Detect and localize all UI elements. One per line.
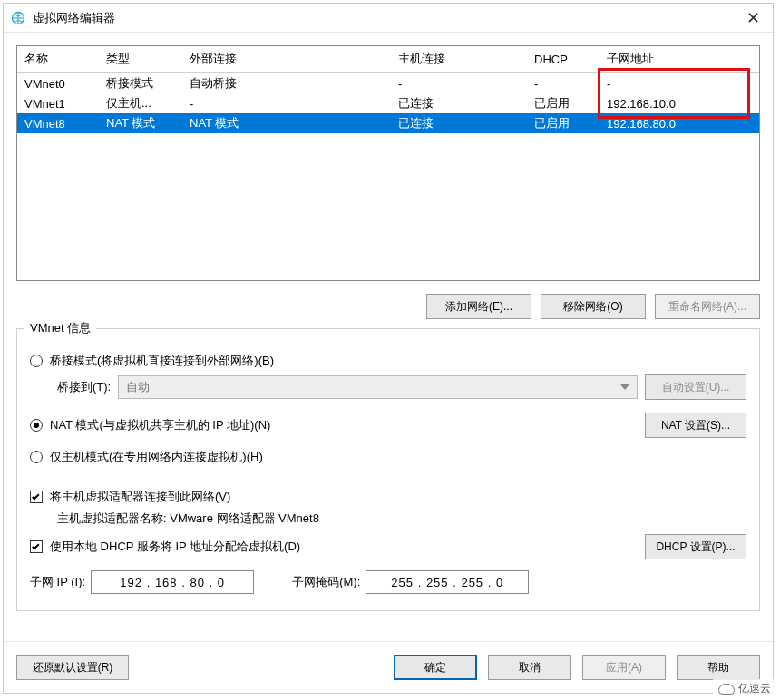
cell-name: VMnet8: [17, 113, 99, 134]
cancel-button[interactable]: 取消: [488, 655, 571, 680]
ok-button[interactable]: 确定: [394, 655, 477, 680]
app-icon: [11, 11, 25, 25]
vmnet-info-legend: VMnet 信息: [24, 320, 96, 336]
title-bar: 虚拟网络编辑器 ✕: [4, 4, 773, 33]
cell-subnet: 192.168.10.0: [600, 93, 759, 114]
subnet-ip-label: 子网 IP (I):: [30, 574, 85, 590]
cell-subnet: -: [600, 73, 759, 94]
table-body: VMnet0 桥接模式 自动桥接 - - - VMnet1 仅主机... - 已…: [17, 73, 759, 133]
subnet-mask-label: 子网掩码(M):: [292, 574, 360, 590]
cell-type: NAT 模式: [99, 112, 182, 135]
bridge-radio-label: 桥接模式(将虚拟机直接连接到外部网络)(B): [50, 353, 274, 369]
cell-host: 已连接: [391, 112, 527, 135]
checkbox-icon: [30, 540, 43, 553]
table-button-row: 添加网络(E)... 移除网络(O) 重命名网络(A)...: [16, 294, 760, 319]
col-header-name[interactable]: 名称: [17, 47, 99, 71]
radio-icon: [30, 355, 43, 367]
table-row[interactable]: VMnet8 NAT 模式 NAT 模式 已连接 已启用 192.168.80.…: [17, 113, 759, 133]
network-table: 名称 类型 外部连接 主机连接 DHCP 子网地址 VMnet0 桥接模式 自动…: [16, 45, 760, 281]
help-button[interactable]: 帮助: [677, 655, 760, 680]
watermark-text: 亿速云: [738, 681, 771, 696]
cell-dhcp: 已启用: [527, 112, 600, 135]
col-header-subnet[interactable]: 子网地址: [600, 47, 759, 71]
vmnet-info-group: VMnet 信息 桥接模式(将虚拟机直接连接到外部网络)(B) 桥接到(T): …: [16, 328, 760, 611]
bridge-to-row: 桥接到(T): 自动 自动设置(U)...: [57, 374, 746, 400]
col-header-ext[interactable]: 外部连接: [182, 47, 391, 71]
nat-radio-label: NAT 模式(与虚拟机共享主机的 IP 地址)(N): [50, 417, 270, 433]
bridge-to-value: 自动: [126, 379, 150, 395]
bottom-bar: 还原默认设置(R) 确定 取消 应用(A) 帮助: [4, 641, 773, 693]
nat-radio-row[interactable]: NAT 模式(与虚拟机共享主机的 IP 地址)(N) NAT 设置(S)...: [30, 413, 746, 438]
host-adapter-name-row: 主机虚拟适配器名称: VMware 网络适配器 VMnet8: [57, 510, 746, 527]
remove-network-button[interactable]: 移除网络(O): [541, 294, 646, 319]
col-header-dhcp[interactable]: DHCP: [527, 49, 600, 70]
auto-settings-button: 自动设置(U)...: [645, 374, 746, 400]
table-row[interactable]: VMnet1 仅主机... - 已连接 已启用 192.168.10.0: [17, 93, 759, 113]
cell-ext: NAT 模式: [182, 112, 391, 135]
host-adapter-check-row[interactable]: 将主机虚拟适配器连接到此网络(V): [30, 489, 746, 505]
table-header: 名称 类型 外部连接 主机连接 DHCP 子网地址: [17, 46, 759, 73]
hostonly-radio-row[interactable]: 仅主机模式(在专用网络内连接虚拟机)(H): [30, 449, 746, 465]
col-header-host[interactable]: 主机连接: [391, 47, 527, 71]
restore-defaults-button[interactable]: 还原默认设置(R): [16, 655, 129, 680]
col-header-type[interactable]: 类型: [99, 47, 182, 71]
window-title: 虚拟网络编辑器: [33, 10, 115, 26]
watermark: 亿速云: [713, 679, 776, 698]
close-button[interactable]: ✕: [739, 10, 767, 26]
cell-subnet: 192.168.80.0: [600, 113, 759, 134]
host-adapter-check-label: 将主机虚拟适配器连接到此网络(V): [50, 489, 230, 505]
subnet-mask-input[interactable]: 255 . 255 . 255 . 0: [366, 570, 529, 594]
subnet-row: 子网 IP (I): 192 . 168 . 80 . 0 子网掩码(M): 2…: [30, 570, 746, 594]
apply-button: 应用(A): [582, 655, 666, 680]
cell-name: VMnet0: [17, 73, 99, 94]
cell-ext: 自动桥接: [182, 72, 391, 95]
host-adapter-name: 主机虚拟适配器名称: VMware 网络适配器 VMnet8: [57, 510, 319, 527]
cell-name: VMnet1: [17, 93, 99, 114]
bridge-to-label: 桥接到(T):: [57, 379, 111, 395]
radio-icon: [30, 419, 43, 432]
hostonly-radio-label: 仅主机模式(在专用网络内连接虚拟机)(H): [50, 449, 263, 465]
table-row[interactable]: VMnet0 桥接模式 自动桥接 - - -: [17, 73, 759, 93]
bridge-to-select: 自动: [118, 375, 638, 399]
subnet-ip-input[interactable]: 192 . 168 . 80 . 0: [91, 570, 254, 594]
add-network-button[interactable]: 添加网络(E)...: [426, 294, 531, 319]
radio-icon: [30, 451, 43, 463]
rename-network-button: 重命名网络(A)...: [655, 294, 760, 319]
nat-settings-button[interactable]: NAT 设置(S)...: [645, 413, 746, 438]
dhcp-settings-button[interactable]: DHCP 设置(P)...: [645, 534, 746, 559]
dhcp-check-label: 使用本地 DHCP 服务将 IP 地址分配给虚拟机(D): [50, 539, 300, 555]
cloud-icon: [718, 684, 735, 695]
dhcp-check-row[interactable]: 使用本地 DHCP 服务将 IP 地址分配给虚拟机(D) DHCP 设置(P).…: [30, 534, 746, 559]
bridge-radio-row[interactable]: 桥接模式(将虚拟机直接连接到外部网络)(B): [30, 353, 746, 369]
checkbox-icon: [30, 491, 43, 503]
